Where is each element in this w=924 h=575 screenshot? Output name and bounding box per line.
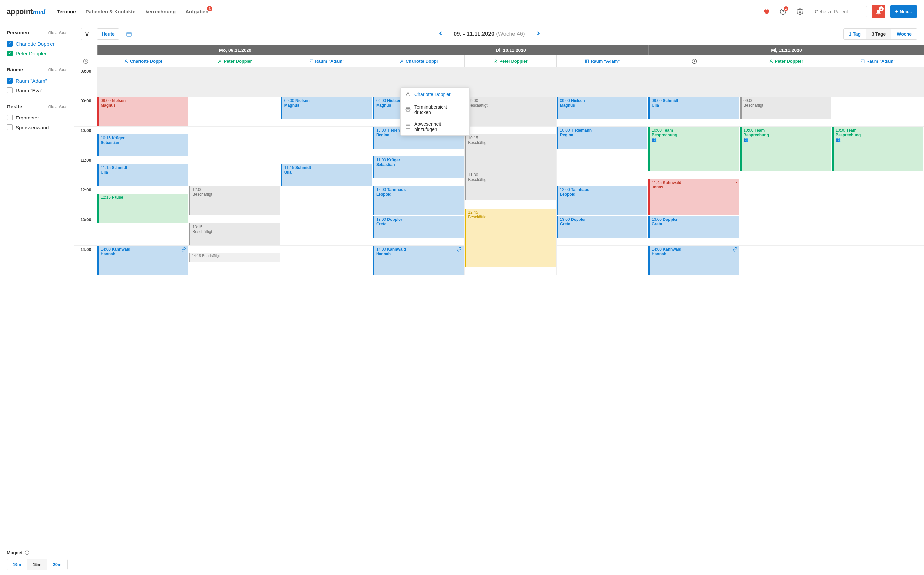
nav-patienten[interactable]: Patienten & Kontakte [86, 9, 136, 14]
appointment[interactable]: 11:30Beschäftigt [464, 171, 555, 200]
app-header: appointmed TerminePatienten & KontakteVe… [0, 0, 924, 23]
appointment[interactable]: 12:00 TannhausLeopold [557, 186, 647, 215]
resource-header-cell[interactable]: Charlotte Doppl [373, 56, 464, 67]
svg-rect-5 [127, 32, 132, 36]
magnet-15m[interactable]: 15m [27, 559, 47, 570]
view-3Tage[interactable]: 3 Tage [866, 29, 891, 39]
time-label: 11:00 [74, 156, 97, 186]
appointment[interactable]: 09:00 NielsenMagnus [281, 97, 372, 119]
appointment[interactable]: 13:00 DopplerGreta [648, 216, 739, 238]
checkbox[interactable] [6, 114, 13, 121]
heart-icon[interactable] [760, 6, 772, 17]
appointment[interactable]: 14:00 KahnwaldHannah [648, 246, 739, 275]
view-Woche[interactable]: Woche [891, 29, 917, 39]
checkbox[interactable] [6, 124, 13, 130]
view-1Tag[interactable]: 1 Tag [844, 29, 867, 39]
appointment[interactable]: 10:00 TeamBesprechung👥 [832, 127, 923, 171]
time-label: 08:00 [74, 67, 97, 97]
search-field[interactable] [815, 9, 873, 14]
next-arrow[interactable] [535, 30, 542, 38]
new-button[interactable]: +Neu... [890, 5, 918, 18]
resource-header-cell[interactable]: Charlotte Doppl [97, 56, 189, 67]
checkbox[interactable]: ✓ [6, 78, 13, 84]
help-icon[interactable]: 2 [777, 6, 789, 17]
appointment[interactable]: 09:00 NielsenMagnus [557, 97, 647, 119]
appointment[interactable]: 12:00Beschäftigt [189, 186, 280, 215]
resource-header-cell[interactable]: Raum "Adam" [832, 56, 924, 67]
day-header: Mo, 09.11.2020Di, 10.11.2020Mi, 11.11.20… [74, 45, 924, 56]
calendar-column[interactable]: 09:00 SchmidtUlla10:00 TeamBesprechung👥1… [648, 67, 740, 275]
appointment[interactable]: 14:00 KahnwaldHannah [97, 246, 188, 275]
dropdown-item[interactable]: Terminübersicht drucken [401, 101, 469, 118]
closed-time [832, 67, 924, 84]
calendar: Heute 09. - 11.11.2020 (Woche 46) 1 Tag3… [74, 23, 924, 575]
appointment[interactable]: 10:00 TeamBesprechung👥 [740, 127, 831, 171]
calendar-body[interactable]: 08:0009:0010:0011:0012:0013:0014:00 09:0… [74, 67, 924, 575]
resource-header-cell[interactable]: Peter Doppler [740, 56, 832, 67]
checkbox[interactable] [6, 87, 13, 94]
resource-header-cell[interactable]: Peter Doppler [464, 56, 556, 67]
magnet-10m[interactable]: 10m [7, 559, 27, 570]
appointment[interactable]: 13:00 DopplerGreta [373, 216, 464, 238]
resource-header-cell[interactable]: Raum "Adam" [281, 56, 373, 67]
dropdown-item[interactable]: Abwesenheit hinzufügen [401, 118, 469, 135]
sidebar-item[interactable]: ✓Charlotte Doppler [6, 39, 67, 49]
checkbox[interactable]: ✓ [6, 41, 13, 46]
appointment[interactable]: 12:45Beschäftigt [464, 209, 555, 267]
prev-arrow[interactable] [437, 30, 444, 38]
calendar-column[interactable]: 09:00 NielsenMagnus10:00 TiedemannRegina… [557, 67, 648, 275]
info-icon[interactable] [25, 550, 29, 555]
today-button[interactable]: Heute [97, 29, 119, 40]
appointment[interactable]: 12:00 TannhausLeopold [373, 186, 464, 215]
search-input[interactable] [811, 6, 867, 17]
sidebar-item[interactable]: ✓Peter Doppler [6, 49, 67, 59]
calendar-column[interactable]: 10:00 TeamBesprechung👥 [832, 67, 924, 275]
appointment[interactable]: 10:00 TiedemannRegina [557, 127, 647, 149]
gear-icon[interactable] [794, 6, 806, 17]
magnet-buttons: 10m15m20m [6, 559, 68, 570]
appointment[interactable]: 11:15 SchmidtUlla [281, 164, 372, 186]
calendar-icon[interactable] [123, 28, 135, 40]
magnet-20m[interactable]: 20m [47, 559, 67, 570]
nav-verrechnung[interactable]: Verrechnung [145, 9, 176, 14]
appointment[interactable]: 13:00 DopplerGreta [557, 216, 647, 238]
view-buttons: 1 Tag3 TageWoche [843, 29, 918, 40]
sidebar: PersonenAlle an/aus✓Charlotte Doppler✓Pe… [0, 23, 74, 575]
calendar-column[interactable]: 09:00 NielsenMagnus10:15 KrügerSebastian… [97, 67, 189, 275]
appointment[interactable]: 09:00 SchmidtUlla [648, 97, 739, 119]
group-toggle[interactable]: Alle an/aus [48, 30, 67, 35]
group-toggle[interactable]: Alle an/aus [48, 67, 67, 72]
appointment[interactable]: 14:00 KahnwaldHannah [373, 246, 464, 275]
sidebar-item[interactable]: Raum "Eva" [6, 86, 67, 95]
appointment[interactable]: 14:15 Beschäftigt [189, 253, 280, 262]
dropdown-item[interactable]: Charlotte Doppler [401, 88, 469, 101]
nav-aufgaben[interactable]: Aufgaben3 [185, 9, 208, 14]
checkbox[interactable]: ✓ [6, 51, 13, 56]
appointment[interactable]: 11:45 KahnwaldJonas▪ [648, 179, 739, 216]
appointment[interactable]: 10:15 KrügerSebastian [97, 134, 188, 156]
appointment[interactable]: 09:00 NielsenMagnus [97, 97, 188, 126]
appointment[interactable]: 11:00 KrügerSebastian [373, 156, 464, 178]
appointment[interactable]: 10:15Beschäftigt [464, 134, 555, 171]
nav-termine[interactable]: Termine [57, 9, 76, 14]
calendar-column[interactable]: 09:00Beschäftigt10:15Beschäftigt11:30Bes… [464, 67, 556, 275]
group-toggle[interactable]: Alle an/aus [48, 104, 67, 109]
appointment[interactable]: 13:15Beschäftigt [189, 224, 280, 245]
filter-icon[interactable] [81, 28, 94, 40]
resource-header-cell[interactable]: Raum "Adam" [557, 56, 648, 67]
calendar-column[interactable]: 09:00Beschäftigt10:00 TeamBesprechung👥 [740, 67, 832, 275]
sidebar-item[interactable]: Ergometer [6, 113, 67, 122]
resource-header-cell[interactable] [648, 56, 740, 67]
calendar-column[interactable]: 09:00 NielsenMagnus11:15 SchmidtUlla [281, 67, 373, 275]
appointment[interactable]: 10:00 TeamBesprechung👥 [648, 127, 739, 171]
appointment[interactable]: 12:15 Pause [97, 194, 188, 223]
nav-badge: 3 [207, 6, 212, 11]
sidebar-item[interactable]: Sprossenwand [6, 122, 67, 132]
sidebar-item[interactable]: ✓Raum "Adam" [6, 76, 67, 86]
alert-button[interactable]: 1 [872, 5, 885, 18]
calendar-column[interactable]: 12:00Beschäftigt13:15Beschäftigt14:15 Be… [189, 67, 281, 275]
appointment[interactable]: 11:15 SchmidtUlla [97, 164, 188, 186]
resource-header-cell[interactable]: Peter Doppler [189, 56, 281, 67]
appointment[interactable]: 09:00Beschäftigt [740, 97, 831, 119]
appointment[interactable]: 09:00Beschäftigt [464, 97, 555, 126]
